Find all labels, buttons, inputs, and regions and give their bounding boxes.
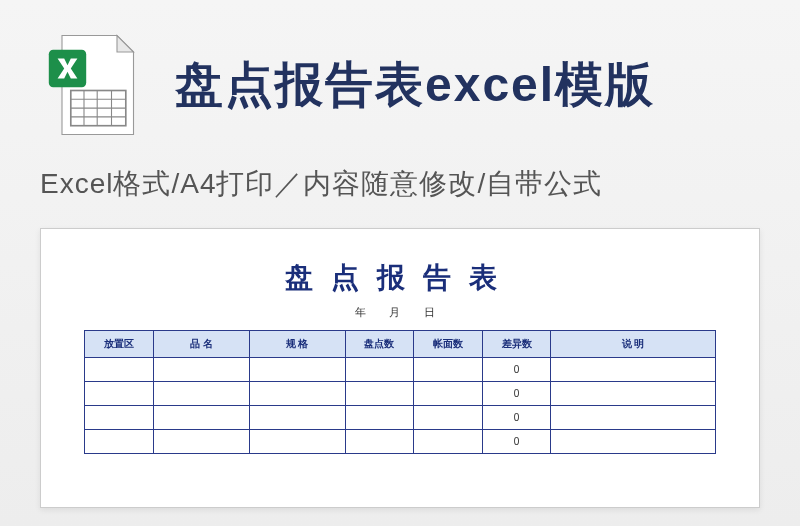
cell: 0: [482, 430, 551, 454]
document-preview: 盘点报告表 年 月 日 放置区 品 名 规 格 盘点数 帐面数 差异数 说 明 …: [40, 228, 760, 508]
table-header-row: 放置区 品 名 规 格 盘点数 帐面数 差异数 说 明: [85, 331, 716, 358]
cell: [345, 406, 414, 430]
cell: [345, 382, 414, 406]
cell: [153, 358, 249, 382]
table-row: 0: [85, 382, 716, 406]
col-header: 说 明: [551, 331, 716, 358]
doc-date: 年 月 日: [41, 305, 759, 330]
cell: [414, 358, 483, 382]
cell: 0: [482, 358, 551, 382]
cell: [249, 430, 345, 454]
cell: [85, 406, 154, 430]
table-row: 0: [85, 406, 716, 430]
inventory-table: 放置区 品 名 规 格 盘点数 帐面数 差异数 说 明 0: [84, 330, 716, 454]
cell: [153, 382, 249, 406]
cell: [414, 430, 483, 454]
col-header: 盘点数: [345, 331, 414, 358]
col-header: 差异数: [482, 331, 551, 358]
cell: [153, 430, 249, 454]
header-section: 盘点报告表excel模版: [0, 0, 800, 150]
cell: [85, 430, 154, 454]
cell: [551, 382, 716, 406]
cell: [85, 382, 154, 406]
table-row: 0: [85, 358, 716, 382]
col-header: 放置区: [85, 331, 154, 358]
table-row: 0: [85, 430, 716, 454]
cell: [249, 358, 345, 382]
excel-file-icon: [40, 30, 150, 140]
cell: [153, 406, 249, 430]
page-subtitle: Excel格式/A4打印／内容随意修改/自带公式: [0, 150, 800, 228]
cell: [345, 358, 414, 382]
cell: 0: [482, 382, 551, 406]
col-header: 品 名: [153, 331, 249, 358]
cell: [345, 430, 414, 454]
col-header: 规 格: [249, 331, 345, 358]
cell: [414, 382, 483, 406]
page-title: 盘点报告表excel模版: [175, 53, 655, 117]
cell: [551, 406, 716, 430]
cell: [551, 358, 716, 382]
cell: [249, 406, 345, 430]
col-header: 帐面数: [414, 331, 483, 358]
cell: [414, 406, 483, 430]
cell: [551, 430, 716, 454]
cell: 0: [482, 406, 551, 430]
cell: [85, 358, 154, 382]
doc-title: 盘点报告表: [41, 229, 759, 305]
cell: [249, 382, 345, 406]
